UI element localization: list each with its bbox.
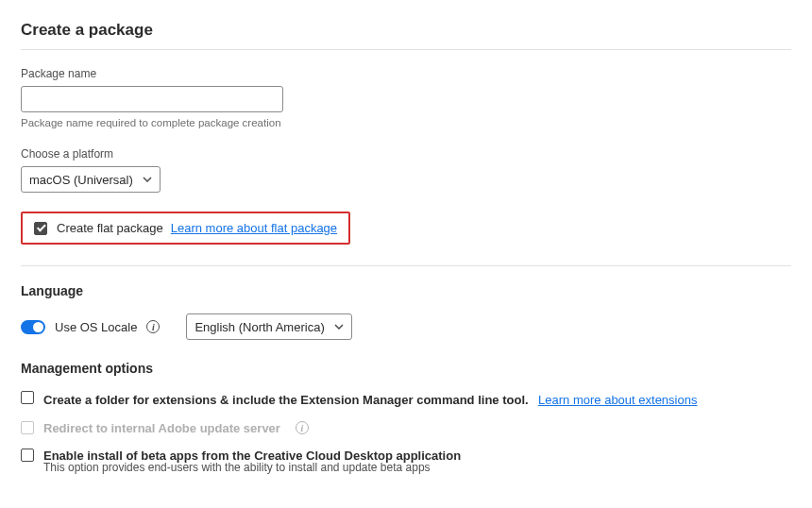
chevron-down-icon bbox=[143, 177, 152, 182]
chevron-down-icon bbox=[334, 324, 344, 330]
flat-package-learn-more-link[interactable]: Learn more about flat package bbox=[171, 221, 337, 235]
flat-package-label: Create flat package bbox=[57, 221, 163, 235]
extensions-label: Create a folder for extensions & include… bbox=[43, 393, 529, 407]
extensions-checkbox[interactable] bbox=[21, 391, 34, 404]
info-icon[interactable]: i bbox=[296, 421, 309, 434]
use-os-locale-toggle[interactable] bbox=[21, 320, 45, 334]
language-selected-value: English (North America) bbox=[195, 320, 324, 334]
platform-select[interactable]: macOS (Universal) bbox=[21, 166, 161, 193]
extensions-learn-more-link[interactable]: Learn more about extensions bbox=[538, 393, 697, 407]
flat-package-checkbox[interactable] bbox=[34, 222, 47, 235]
package-name-helper: Package name required to complete packag… bbox=[21, 117, 791, 128]
language-select[interactable]: English (North America) bbox=[186, 313, 351, 340]
management-heading: Management options bbox=[21, 361, 791, 376]
package-name-label: Package name bbox=[21, 67, 791, 80]
package-name-input[interactable] bbox=[21, 86, 283, 112]
section-divider-1 bbox=[21, 265, 791, 266]
language-heading: Language bbox=[21, 283, 791, 298]
page-title: Create a package bbox=[21, 21, 791, 40]
platform-label: Choose a platform bbox=[21, 147, 791, 161]
redirect-checkbox bbox=[21, 421, 34, 434]
beta-apps-checkbox[interactable] bbox=[21, 449, 34, 462]
platform-selected-value: macOS (Universal) bbox=[29, 173, 133, 187]
title-divider bbox=[21, 49, 791, 50]
redirect-label: Redirect to internal Adobe update server bbox=[43, 421, 280, 435]
beta-apps-helper: This option provides end-users with the … bbox=[43, 461, 791, 474]
use-os-locale-label: Use OS Locale bbox=[55, 320, 137, 334]
info-icon[interactable]: i bbox=[146, 320, 160, 333]
flat-package-highlight: Create flat package Learn more about fla… bbox=[21, 212, 350, 245]
